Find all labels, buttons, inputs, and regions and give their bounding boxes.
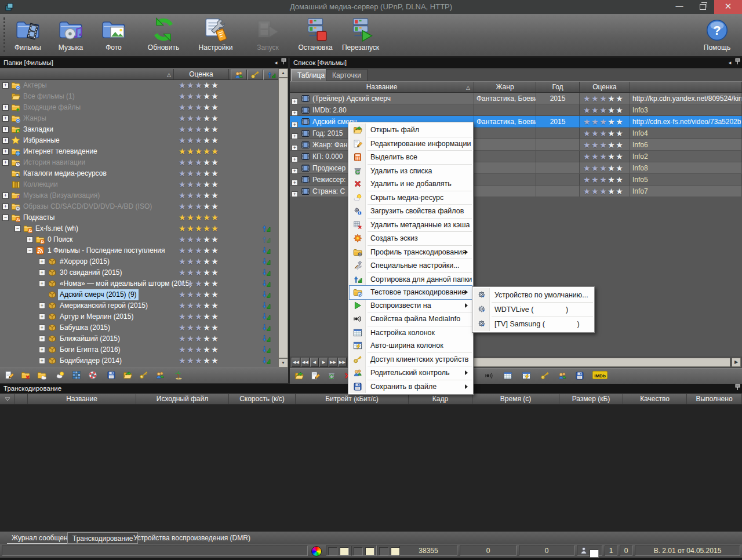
trash-icon[interactable] <box>327 371 337 381</box>
menu-item[interactable]: Воспроизвести на <box>350 299 472 312</box>
scroll-thumb[interactable] <box>278 78 288 358</box>
list-column-header-Оценка[interactable]: Оценка <box>580 82 630 92</box>
expand-icon[interactable]: + <box>292 107 298 115</box>
pager-last-button[interactable]: ▶▶ <box>338 358 347 367</box>
folder-open-icon[interactable] <box>294 371 304 381</box>
expand-icon[interactable]: + <box>292 176 298 185</box>
sort-header-button[interactable] <box>263 70 279 80</box>
expand-icon[interactable]: + <box>39 325 45 331</box>
rating-stars[interactable]: ★★★★★ <box>179 278 219 290</box>
tree-item[interactable]: +0 Поиск★★★★★ <box>0 234 278 245</box>
tree-item[interactable]: +#Хоррор (2015)★★★★★ <box>0 256 278 267</box>
tree-item[interactable]: +Интернет телевидение★★★★★ <box>0 146 278 157</box>
tree-item[interactable]: −Ex-fs.net (wh)★★★★★ <box>0 223 278 234</box>
tree-item[interactable]: −1 Фильмы - Последние поступления★★★★★ <box>0 245 278 256</box>
pin-icon[interactable] <box>735 58 740 68</box>
folder-cloud-icon[interactable] <box>37 370 47 380</box>
rating-stars[interactable]: ★★★★★ <box>179 322 219 334</box>
pager-next-button[interactable]: ▶ <box>319 358 328 367</box>
rating-stars[interactable]: ★★★★★ <box>179 212 219 224</box>
toggle-boxes-cell-3[interactable] <box>377 546 402 556</box>
tree-item[interactable]: +Боги Египта (2016)★★★★★ <box>0 344 278 355</box>
toolbar-button-restart[interactable]: Перезапуск <box>339 16 383 53</box>
expand-icon[interactable]: + <box>39 303 45 309</box>
rating-stars[interactable]: ★★★★★ <box>179 91 219 103</box>
users-icon[interactable] <box>558 371 568 381</box>
rating-stars[interactable]: ★★★★★ <box>179 245 219 257</box>
edit-icon[interactable] <box>311 371 321 381</box>
tree-item[interactable]: +Закладки★★★★★ <box>0 124 278 135</box>
expand-icon[interactable]: + <box>292 95 298 104</box>
rating-stars[interactable]: ★★★★★ <box>179 355 219 367</box>
key-icon[interactable] <box>540 371 550 381</box>
table-icon[interactable] <box>503 371 513 381</box>
list-column-header-Год[interactable]: Год <box>536 82 580 92</box>
transcoding-column-header[interactable]: Битрейт (кБит/с) <box>296 394 409 404</box>
collapse-icon[interactable]: − <box>14 226 21 232</box>
collapse-icon[interactable]: − <box>27 248 33 254</box>
list-column-header-Название[interactable]: Название△ <box>290 82 474 92</box>
palm-icon[interactable] <box>174 370 184 380</box>
rating-stars[interactable]: ★★★★★ <box>179 190 219 202</box>
menu-item[interactable]: Профиль транскодирования <box>350 246 472 259</box>
tree-item[interactable]: Каталоги медиа-ресурсов★★★★★ <box>0 168 278 179</box>
toolbar-button-refresh[interactable]: Обновить <box>141 16 186 53</box>
tree-item[interactable]: +Ближайший (2015)★★★★★ <box>0 333 278 344</box>
transcoding-column-header[interactable]: Качество <box>623 394 687 404</box>
expand-icon[interactable]: + <box>27 237 33 243</box>
tree-item[interactable]: +Бодибилдер (2014)★★★★★ <box>0 355 278 366</box>
edit-icon[interactable] <box>5 370 14 380</box>
tree-item[interactable]: Адский смерч (2015) (9)★★★★★ <box>0 289 278 300</box>
rating-stars[interactable]: ★★★★★ <box>179 135 219 147</box>
menu-item[interactable]: Удалить и не добавлять <box>350 177 472 191</box>
rating-stars[interactable]: ★★★★★ <box>179 223 219 235</box>
close-button[interactable]: ✕ <box>714 0 742 14</box>
expand-icon[interactable]: + <box>292 130 298 139</box>
toolbar-button-films[interactable]: Фильмы <box>6 16 50 53</box>
pager-fast-prev-button[interactable]: ◀◀ <box>301 358 310 367</box>
rating-stars[interactable]: ★★★★★ <box>179 80 219 92</box>
rating-stars[interactable]: ★★★★★ <box>179 102 219 114</box>
pager-prev-button[interactable]: ◀ <box>310 358 319 367</box>
toolbar-button-settings[interactable]: Настройки <box>194 16 238 53</box>
tree-rating-column-header[interactable]: Оценка <box>174 69 229 79</box>
rating-stars[interactable]: ★★★★★ <box>179 256 219 268</box>
scroll-down-button[interactable]: ▼ <box>278 358 288 368</box>
expand-icon[interactable]: + <box>2 82 9 89</box>
speaker-icon[interactable] <box>485 371 494 381</box>
tree-item[interactable]: +Бабушка (2015)★★★★★ <box>0 322 278 333</box>
expand-icon[interactable]: + <box>39 281 45 287</box>
tree-item[interactable]: +«Нома» — мой идеальный шторм (2015)★★★★… <box>0 278 278 289</box>
bottom-tab-2[interactable]: Транскодирование <box>67 532 138 544</box>
collapse-panel-icon[interactable]: ◄ <box>274 58 278 68</box>
tree-item[interactable]: Все фильмы (1)★★★★★ <box>0 91 278 102</box>
rating-stars[interactable]: ★★★★★ <box>179 113 219 125</box>
menu-item[interactable]: Удалить метаданные из кэша <box>350 219 472 232</box>
save-icon[interactable] <box>575 371 585 381</box>
rating-stars[interactable]: ★★★★★ <box>179 124 219 136</box>
toolbar-grip[interactable] <box>3 17 5 52</box>
rating-stars[interactable]: ★★★★★ <box>179 157 219 169</box>
rating-stars[interactable]: ★★★★★ <box>179 300 219 312</box>
menu-item[interactable]: Сортировка для данной папки <box>350 273 472 286</box>
expand-icon[interactable]: + <box>292 118 298 127</box>
bottom-tab-3[interactable]: Устройства воспроизведения (DMR) <box>129 532 255 544</box>
save-icon[interactable] <box>107 370 117 380</box>
key-icon[interactable] <box>139 370 149 380</box>
key-header-button[interactable] <box>247 70 263 80</box>
toolbar-button-music[interactable]: Музыка <box>49 16 93 53</box>
expand-icon[interactable]: + <box>39 347 45 353</box>
expand-icon[interactable]: + <box>39 314 45 320</box>
users-icon[interactable] <box>155 370 165 380</box>
folder-x-icon[interactable] <box>21 370 31 380</box>
tree-item[interactable]: +Американский герой (2015)★★★★★ <box>0 300 278 311</box>
color-wheel-icon[interactable] <box>311 546 322 557</box>
transcoding-column-header[interactable]: Скорость (к/с) <box>229 394 296 404</box>
expand-icon[interactable]: + <box>2 126 9 133</box>
expand-icon[interactable]: + <box>292 165 298 173</box>
scroll-right-button[interactable]: ▶ <box>732 358 741 367</box>
expand-icon[interactable]: + <box>39 259 45 265</box>
media-list-row[interactable]: +IMDb: 2.80★★★★★Info3 <box>290 104 742 116</box>
expand-icon[interactable]: + <box>2 137 9 144</box>
table-bolt-icon[interactable] <box>522 371 532 381</box>
